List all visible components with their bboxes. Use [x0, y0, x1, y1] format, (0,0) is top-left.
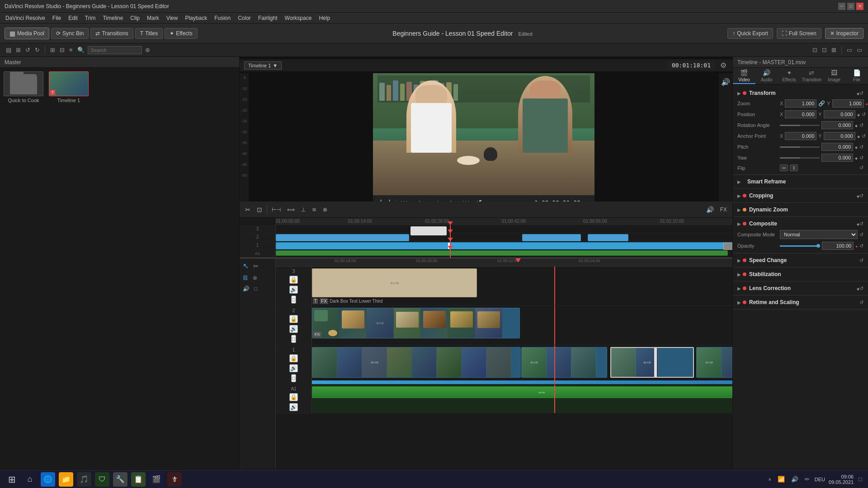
taskbar-security-icon[interactable]: 🛡	[95, 472, 109, 487]
redo-btn[interactable]: ↻	[33, 46, 41, 54]
v2-clip-3-mini[interactable]	[588, 234, 628, 241]
v1-clip2-lower[interactable]: ⟺	[521, 347, 607, 378]
menu-file[interactable]: File	[49, 14, 65, 22]
search-input[interactable]	[88, 46, 142, 54]
a1-clip-mini[interactable]	[276, 250, 728, 256]
speed-change-header[interactable]: ▶ Speed Change	[733, 255, 868, 265]
effects-button[interactable]: ✦ Effects	[165, 28, 197, 39]
viewer-settings-btn[interactable]: ⚙	[719, 60, 728, 70]
viewer-btn-3[interactable]: ⊠	[830, 46, 838, 54]
lens-correction-header[interactable]: ▶ Lens Correction	[733, 283, 868, 293]
filter-btn[interactable]: ⊛	[144, 46, 151, 54]
position-x-input[interactable]	[785, 110, 816, 118]
layout-btn-3[interactable]: ↺	[24, 46, 32, 54]
menu-mark[interactable]: Mark	[143, 14, 163, 22]
rotation-input[interactable]	[821, 121, 853, 129]
taskbar-edge-icon[interactable]: 🌐	[41, 472, 55, 487]
taskbar-network-btn[interactable]: 📶	[776, 475, 786, 483]
snapping-btn[interactable]: ⊗	[251, 273, 259, 282]
linked-selection-btn[interactable]: ⛓	[241, 273, 250, 282]
taskbar-show-icons-btn[interactable]: ∧	[767, 476, 773, 483]
slide-tool[interactable]: ⊥	[299, 206, 307, 214]
view-btn-2[interactable]: ⊟	[58, 46, 66, 54]
a1-audio-btn[interactable]: 🔊	[289, 403, 298, 411]
composite-reset-btn[interactable]	[859, 221, 863, 227]
flip-reset-btn[interactable]	[859, 165, 863, 171]
pitch-input[interactable]	[821, 143, 853, 151]
taskbar-game-icon[interactable]: 🗡	[167, 472, 182, 487]
track-2-video-btn[interactable]: □	[291, 335, 296, 343]
view-btn-1[interactable]: ⊞	[49, 46, 57, 54]
v2-clip-1-mini[interactable]	[276, 234, 409, 241]
cropping-header[interactable]: ▶ Cropping	[733, 191, 868, 201]
menu-workspace[interactable]: Workspace	[281, 14, 316, 22]
trim-tool[interactable]: ⊢⊣	[270, 206, 283, 214]
menu-trim[interactable]: Trim	[81, 14, 99, 22]
position-y-input[interactable]	[824, 110, 855, 118]
viewer-size-btn[interactable]: ▭	[845, 46, 854, 54]
viewer-size-btn2[interactable]: ▭	[855, 46, 863, 54]
audio-track-btn[interactable]: 🔊	[241, 284, 251, 293]
tab-transition[interactable]: ⇄ Transition	[800, 68, 823, 84]
rotation-kf-btn[interactable]	[855, 123, 858, 128]
v1-clip1-lower[interactable]: ⟺	[312, 347, 521, 378]
taskbar-search-btn[interactable]: ⌂	[23, 472, 37, 487]
taskbar-pen-btn[interactable]: ✏	[803, 475, 811, 483]
v1-end-handle[interactable]	[723, 243, 732, 250]
title-clip-lower[interactable]: ⟺	[312, 268, 477, 297]
menu-timeline[interactable]: Timeline	[99, 14, 127, 22]
flip-v-btn[interactable]: ⇕	[790, 164, 798, 171]
razor-btn[interactable]: ✂	[252, 261, 260, 271]
stabilization-header[interactable]: ▶ Stabilization	[733, 269, 868, 279]
smart-reframe-header[interactable]: ▶ Smart Reframe	[733, 177, 868, 187]
zoom-x-input[interactable]	[785, 99, 816, 108]
anchor-y-input[interactable]	[824, 132, 855, 140]
cropping-reset-btn[interactable]	[859, 193, 863, 199]
yaw-input[interactable]	[821, 154, 853, 162]
position-kf-btn[interactable]	[857, 112, 860, 117]
composite-header[interactable]: ▶ Composite	[733, 219, 868, 229]
opacity-reset-btn[interactable]	[859, 243, 863, 249]
menu-fairlight[interactable]: Fairlight	[255, 14, 281, 22]
v1-clip3-lower[interactable]: ⟺	[610, 347, 694, 378]
timeline-tool-2[interactable]: ⊡	[255, 205, 264, 214]
taskbar-media-icon[interactable]: 🎵	[77, 472, 91, 487]
menu-view[interactable]: View	[163, 14, 182, 22]
v1-white-handle[interactable]	[654, 348, 657, 377]
roll-tool[interactable]: ⊕	[321, 206, 329, 214]
layout-btn-1[interactable]: ▤	[5, 46, 13, 54]
v1-clip4-lower[interactable]: ⟺	[696, 347, 732, 378]
track-3-video-btn[interactable]: □	[291, 296, 296, 304]
transform-reset-btn[interactable]	[859, 90, 863, 96]
titles-button[interactable]: T Titles	[135, 28, 163, 39]
track-1-video-btn[interactable]: □	[291, 374, 296, 382]
video-preview[interactable]	[373, 73, 594, 195]
timeline-selector[interactable]: Timeline 1 ▼	[244, 61, 282, 70]
close-button[interactable]: ✕	[856, 3, 863, 10]
ripple-tool[interactable]: ≋	[310, 206, 318, 214]
a1-lock-btn[interactable]: 🔒	[289, 393, 298, 401]
viewer-btn-2[interactable]: ⊡	[821, 46, 828, 54]
media-item-timeline1[interactable]: T Timeline 1	[49, 71, 89, 103]
menu-playback[interactable]: Playback	[181, 14, 211, 22]
viewer-btn-1[interactable]: ⊡	[811, 46, 819, 54]
audio-btn[interactable]: 🔊	[720, 77, 731, 87]
lens-correction-reset-btn[interactable]	[859, 286, 863, 291]
tab-effects[interactable]: ✦ Effects	[778, 68, 801, 84]
v2-clip-2-mini[interactable]	[522, 234, 581, 241]
a1-audio-clip[interactable]: ⟺	[312, 386, 732, 398]
pointer-tool-btn[interactable]: ↖	[241, 260, 250, 272]
layout-btn-2[interactable]: ⊞	[14, 46, 22, 54]
menu-color[interactable]: Color	[234, 14, 255, 22]
pitch-kf-btn[interactable]	[855, 145, 858, 150]
quick-export-button[interactable]: ↑ Quick Export	[727, 28, 773, 39]
taskbar-start-btn[interactable]: ⊞	[5, 472, 19, 487]
tab-audio[interactable]: 🔊 Audio	[755, 68, 778, 84]
anchor-x-input[interactable]	[785, 132, 816, 140]
minimize-button[interactable]: ─	[838, 3, 845, 10]
taskbar-clipboard-icon[interactable]: 📋	[131, 472, 146, 487]
sync-bin-button[interactable]: ⟳ Sync Bin	[51, 28, 89, 39]
menu-davinci-resolve[interactable]: DaVinci Resolve	[2, 14, 49, 22]
media-item-folder[interactable]: Quick to Cook	[4, 71, 43, 103]
maximize-button[interactable]: □	[847, 3, 854, 10]
